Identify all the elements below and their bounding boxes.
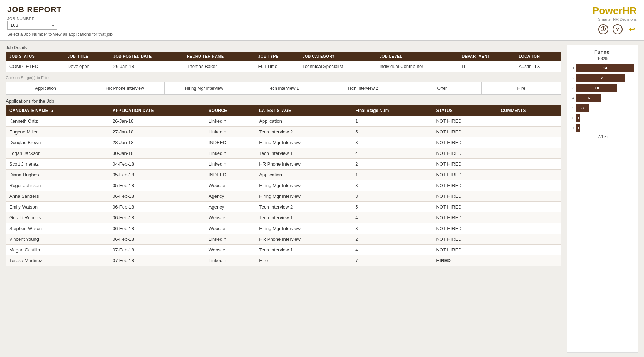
- col-location: LOCATION: [515, 52, 561, 61]
- funnel-row: 2 12: [571, 74, 634, 82]
- col-job-type: JOB TYPE: [254, 52, 299, 61]
- candidate-name: Stephen Wilson: [6, 223, 109, 234]
- comments: [497, 212, 561, 223]
- status: NOT HIRED: [432, 191, 497, 202]
- latest-stage: Hire: [256, 255, 352, 266]
- select-hint: Select a Job Number to view all applicat…: [7, 32, 113, 37]
- funnel-bar: 1: [576, 124, 580, 132]
- col-application-date[interactable]: APPLICATION DATE: [109, 105, 205, 116]
- table-row: Eugene Miller 27-Jan-18 LinkedIn Tech In…: [6, 127, 561, 137]
- funnel-bar-container: 6: [576, 94, 634, 102]
- latest-stage: Tech Interview 1: [256, 148, 352, 159]
- col-final-stage-num[interactable]: Final Stage Num: [352, 105, 432, 116]
- brand-hr: HR: [623, 5, 637, 16]
- source: Agency: [205, 202, 256, 212]
- stage-btn-tech-interview-1[interactable]: Tech Interview 1: [244, 82, 323, 94]
- col-job-category: JOB CATEGORY: [299, 52, 376, 61]
- col-candidate-name[interactable]: CANDIDATE NAME ▲: [6, 105, 109, 116]
- stage-btn-application[interactable]: Application: [6, 82, 85, 94]
- col-status[interactable]: STATUS: [432, 105, 497, 116]
- final-stage-num: 2: [352, 234, 432, 245]
- source: LinkedIn: [205, 159, 256, 170]
- application-date: 26-Jan-18: [109, 116, 205, 127]
- job-title-value: Developer: [64, 61, 110, 72]
- funnel-bar: 3: [576, 104, 589, 112]
- latest-stage: Application: [256, 170, 352, 180]
- help-icon-button[interactable]: ?: [613, 24, 623, 34]
- final-stage-num: 3: [352, 137, 432, 148]
- funnel-bar-container: 3: [576, 104, 634, 112]
- table-row: Kenneth Ortiz 26-Jan-18 LinkedIn Applica…: [6, 116, 561, 127]
- col-latest-stage[interactable]: LATEST STAGE: [256, 105, 352, 116]
- comments: [497, 159, 561, 170]
- candidate-name: Diana Hughes: [6, 170, 109, 180]
- col-recruiter-name: RECRUITER NAME: [183, 52, 255, 61]
- stage-btn-hiring-mgr-interview[interactable]: Hiring Mgr Interview: [165, 82, 244, 94]
- filter-hint: Click on Stage(s) to Filter: [6, 75, 561, 80]
- final-stage-num: 4: [352, 148, 432, 159]
- job-number-label: JOB NUMBER: [7, 16, 113, 21]
- application-date: 04-Feb-18: [109, 159, 205, 170]
- table-row: Douglas Brown 28-Jan-18 INDEED Hiring Mg…: [6, 137, 561, 148]
- latest-stage: Tech Interview 2: [256, 127, 352, 137]
- col-job-posted-date: JOB POSTED DATE: [110, 52, 183, 61]
- source: LinkedIn: [205, 234, 256, 245]
- funnel-bar: 10: [576, 84, 617, 92]
- job-number-select-wrapper[interactable]: 103: [7, 21, 57, 30]
- job-posted-date-value: 26-Jan-18: [110, 61, 183, 72]
- job-number-select[interactable]: 103: [7, 21, 57, 30]
- info-icon-button[interactable]: ⓘ: [598, 24, 608, 34]
- candidate-name: Scott Jimenez: [6, 159, 109, 170]
- funnel-row-num: 6: [571, 116, 574, 120]
- latest-stage: Tech Interview 1: [256, 212, 352, 223]
- col-job-title: JOB TITLE: [64, 52, 110, 61]
- department-value: IT: [458, 61, 515, 72]
- table-row: Vincent Young 06-Feb-18 LinkedIn HR Phon…: [6, 234, 561, 245]
- funnel-bar-container: 1: [576, 124, 634, 132]
- stage-btn-hire[interactable]: Hire: [482, 82, 561, 94]
- table-row: Stephen Wilson 06-Feb-18 Website Hiring …: [6, 223, 561, 234]
- application-date: 06-Feb-18: [109, 202, 205, 212]
- funnel-bar-container: 10: [576, 84, 634, 92]
- brand-name: PowerHR: [593, 5, 637, 16]
- left-panel: Job Details JOB STATUS JOB TITLE JOB POS…: [6, 45, 561, 353]
- apps-header-row: CANDIDATE NAME ▲ APPLICATION DATE SOURCE…: [6, 105, 561, 116]
- page-wrapper: JOB REPORT JOB NUMBER 103 Select a Job N…: [0, 0, 644, 357]
- stage-btn-hr-phone-interview[interactable]: HR Phone Interview: [85, 82, 165, 94]
- final-stage-num: 4: [352, 245, 432, 255]
- application-date: 07-Feb-18: [109, 245, 205, 255]
- latest-stage: Hiring Mgr Interview: [256, 223, 352, 234]
- job-details-label: Job Details: [6, 45, 561, 50]
- brand-power: Power: [593, 5, 623, 16]
- application-date: 06-Feb-18: [109, 212, 205, 223]
- header-icons: ⓘ ? ↩: [598, 24, 637, 34]
- funnel-row: 3 10: [571, 84, 634, 92]
- candidate-name: Douglas Brown: [6, 137, 109, 148]
- funnel-title: Funnel: [571, 49, 634, 55]
- latest-stage: Application: [256, 116, 352, 127]
- funnel-row-num: 5: [571, 106, 574, 110]
- funnel-top-pct: 100%: [571, 56, 634, 61]
- col-comments[interactable]: COMMENTS: [497, 105, 561, 116]
- job-details-data-row: COMPLETED Developer 26-Jan-18 Thomas Bak…: [6, 61, 561, 72]
- col-source[interactable]: SOURCE: [205, 105, 256, 116]
- stage-btn-tech-interview-2[interactable]: Tech Interview 2: [323, 82, 402, 94]
- comments: [497, 180, 561, 191]
- header-right: PowerHR Smarter HR Decisions ⓘ ? ↩: [593, 5, 637, 34]
- application-date: 07-Feb-18: [109, 255, 205, 266]
- job-status-value: COMPLETED: [6, 61, 64, 72]
- funnel-bar: 12: [576, 74, 625, 82]
- source: LinkedIn: [205, 148, 256, 159]
- table-row: Gerald Roberts 06-Feb-18 Website Tech In…: [6, 212, 561, 223]
- candidate-name: Megan Castillo: [6, 245, 109, 255]
- funnel-bar: 14: [576, 64, 634, 72]
- source: Website: [205, 180, 256, 191]
- undo-icon: ↩: [629, 25, 635, 34]
- brand-tagline: Smarter HR Decisions: [598, 17, 637, 21]
- final-stage-num: 1: [352, 116, 432, 127]
- info-icon: ⓘ: [601, 26, 606, 33]
- stage-btn-offer[interactable]: Offer: [402, 82, 482, 94]
- sort-arrow-candidate: ▲: [51, 109, 54, 113]
- status: NOT HIRED: [432, 170, 497, 180]
- undo-icon-button[interactable]: ↩: [627, 24, 637, 34]
